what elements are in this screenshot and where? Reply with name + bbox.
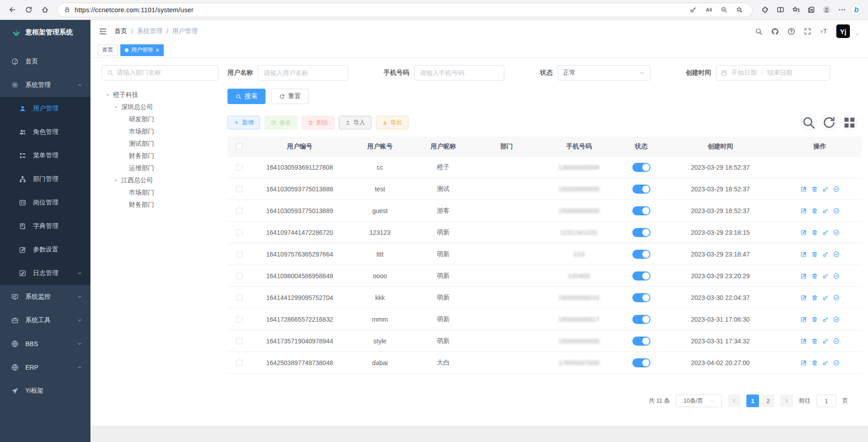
chevron-down-icon[interactable]: [855, 32, 860, 37]
zoom-out-icon[interactable]: [717, 3, 730, 17]
collections-icon[interactable]: [804, 3, 818, 17]
status-toggle[interactable]: [632, 228, 650, 237]
tree-node[interactable]: 市场部门: [102, 186, 218, 199]
reset-password-icon[interactable]: [822, 273, 829, 279]
sidebar-item-字典管理[interactable]: 字典管理: [0, 214, 90, 238]
tool-grid-icon[interactable]: [842, 115, 857, 130]
assign-role-icon[interactable]: [833, 316, 840, 323]
row-checkbox[interactable]: [236, 338, 242, 344]
phone-input[interactable]: [414, 65, 504, 81]
toolbar-button-删除[interactable]: 删除: [302, 116, 334, 129]
sidebar-item-部门管理[interactable]: 部门管理: [0, 167, 90, 191]
sidebar-item-BBS[interactable]: BBS: [0, 332, 90, 356]
breadcrumb-item[interactable]: 首页: [114, 27, 127, 35]
reset-password-icon[interactable]: [822, 186, 829, 192]
tab-用户管理[interactable]: 用户管理 ×: [120, 44, 164, 56]
toolbar-button-导入[interactable]: 导入: [339, 116, 371, 129]
sidebar-item-系统管理[interactable]: 系统管理: [0, 73, 90, 97]
toolbar-button-修改[interactable]: 修改: [265, 116, 297, 129]
tab-首页[interactable]: 首页: [98, 44, 118, 56]
delete-icon[interactable]: [811, 338, 818, 344]
edit-icon[interactable]: [801, 273, 807, 279]
page-button-1[interactable]: 1: [746, 394, 759, 407]
assign-role-icon[interactable]: [833, 186, 840, 192]
read-aloud-icon[interactable]: [702, 3, 715, 17]
tree-node[interactable]: 财务部门: [102, 199, 218, 211]
delete-icon[interactable]: [811, 186, 818, 192]
reset-password-icon[interactable]: [822, 295, 829, 301]
delete-icon[interactable]: [811, 295, 818, 301]
hamburger-icon[interactable]: [99, 27, 107, 36]
tree-node[interactable]: 运维部门: [102, 162, 218, 174]
select-all-checkbox[interactable]: [236, 143, 242, 150]
reset-password-icon[interactable]: [822, 316, 829, 323]
assign-role-icon[interactable]: [833, 229, 840, 236]
row-checkbox[interactable]: [236, 208, 242, 214]
status-toggle[interactable]: [632, 315, 650, 324]
sidebar-item-岗位管理[interactable]: 岗位管理: [0, 191, 90, 214]
sidebar-item-ERP[interactable]: ERP: [0, 356, 90, 379]
toolbar-button-新增[interactable]: 新增: [228, 116, 260, 129]
avatar[interactable]: Yj: [836, 24, 850, 38]
edit-icon[interactable]: [801, 360, 807, 366]
profile-avatar-icon[interactable]: [820, 3, 833, 17]
delete-icon[interactable]: [811, 273, 818, 279]
edit-icon[interactable]: [801, 316, 807, 323]
tree-node[interactable]: 橙子科技: [102, 89, 218, 101]
delete-icon[interactable]: [811, 251, 818, 257]
close-icon[interactable]: ×: [156, 47, 159, 53]
assign-role-icon[interactable]: [833, 295, 840, 301]
page-button-2[interactable]: 2: [762, 394, 774, 407]
assign-role-icon[interactable]: [833, 251, 840, 257]
help-icon[interactable]: [787, 28, 795, 35]
fullscreen-icon[interactable]: [804, 28, 811, 35]
status-toggle[interactable]: [632, 185, 650, 194]
sidebar-item-首页[interactable]: 首页: [0, 50, 90, 73]
row-checkbox[interactable]: [236, 295, 242, 301]
status-select[interactable]: 正常: [558, 65, 650, 81]
delete-icon[interactable]: [811, 360, 818, 366]
edit-icon[interactable]: [801, 186, 807, 192]
home-icon[interactable]: [38, 3, 52, 17]
search-button[interactable]: 搜索: [228, 89, 266, 104]
sidebar-item-参数设置[interactable]: 参数设置: [0, 238, 90, 261]
breadcrumb-item[interactable]: 系统管理: [137, 27, 162, 35]
sidebar-item-角色管理[interactable]: 角色管理: [0, 120, 90, 144]
date-range-picker[interactable]: 开始日期 - 结束日期: [716, 65, 830, 81]
tree-node[interactable]: 深圳总公司: [102, 101, 218, 113]
breadcrumb-item[interactable]: 用户管理: [172, 27, 198, 35]
assign-role-icon[interactable]: [833, 338, 840, 344]
status-toggle[interactable]: [632, 337, 650, 346]
sidebar-item-Yi框架[interactable]: Yi框架: [0, 379, 90, 403]
refresh-icon[interactable]: [22, 3, 35, 17]
sidebar-item-系统工具[interactable]: 系统工具: [0, 309, 90, 332]
address-bar[interactable]: https://ccnetcore.com:1101/system/user: [57, 3, 753, 17]
tree-node[interactable]: 财务部门: [102, 150, 218, 162]
row-checkbox[interactable]: [236, 164, 242, 171]
reset-button[interactable]: 重置: [271, 89, 309, 104]
row-checkbox[interactable]: [236, 360, 242, 366]
font-size-icon[interactable]: TT: [820, 28, 828, 35]
back-icon[interactable]: [5, 3, 19, 17]
more-icon[interactable]: [835, 3, 849, 17]
edit-icon[interactable]: [801, 251, 807, 257]
reset-password-icon[interactable]: [822, 338, 829, 344]
status-toggle[interactable]: [632, 293, 650, 302]
status-toggle[interactable]: [632, 358, 650, 367]
tool-refresh-icon[interactable]: [821, 115, 837, 130]
sidebar-item-用户管理[interactable]: 用户管理: [0, 97, 90, 120]
assign-role-icon[interactable]: [833, 360, 840, 366]
reset-password-icon[interactable]: [822, 360, 829, 366]
row-checkbox[interactable]: [236, 229, 242, 236]
add-favorite-icon[interactable]: [732, 3, 746, 17]
goto-page-input[interactable]: [816, 394, 836, 407]
split-screen-icon[interactable]: [773, 3, 787, 17]
url-text[interactable]: https://ccnetcore.com:1101/system/user: [75, 6, 682, 14]
assign-role-icon[interactable]: [833, 273, 840, 279]
edit-icon[interactable]: [801, 208, 807, 214]
toolbar-button-导出[interactable]: 导出: [376, 116, 408, 129]
row-checkbox[interactable]: [236, 186, 242, 192]
sidebar-item-菜单管理[interactable]: 菜单管理: [0, 144, 90, 167]
edit-icon[interactable]: [801, 295, 807, 301]
reset-password-icon[interactable]: [822, 251, 829, 257]
